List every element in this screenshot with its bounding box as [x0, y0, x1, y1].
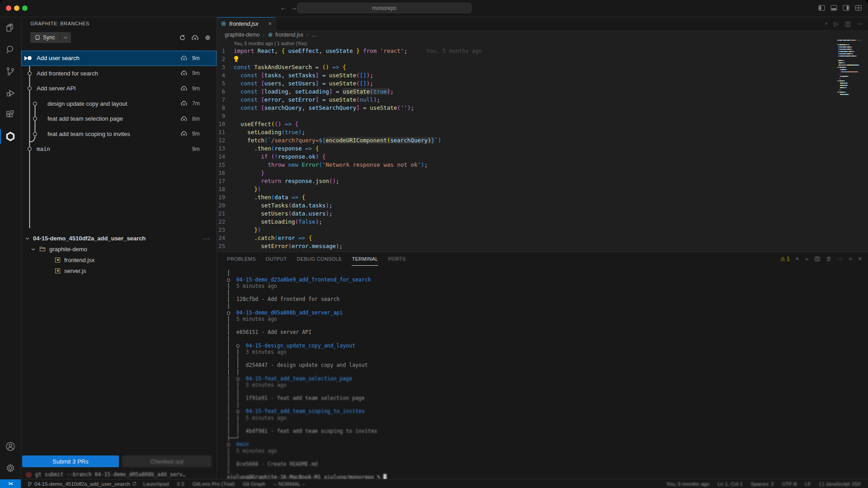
settings-gear-icon[interactable] [0, 457, 21, 479]
status-item[interactable]: Git Graph [243, 481, 265, 487]
command-center-search[interactable]: monorepo [297, 3, 472, 13]
split-editor-icon[interactable]: ◫ [845, 20, 850, 27]
line-number: 22 [217, 218, 225, 226]
sync-split-button: Sync [30, 32, 71, 43]
run-file-icon[interactable]: ▷ [834, 20, 839, 27]
branch-cloud[interactable] [180, 116, 188, 122]
zoom-window-button[interactable] [22, 5, 28, 11]
worktree-header[interactable]: 04-15-demo_4510df2a_add_user_search ··· [21, 233, 217, 244]
lightbulb-icon[interactable] [234, 56, 239, 62]
toggle-panel-icon[interactable] [830, 5, 837, 11]
branch-cloud[interactable] [180, 100, 188, 107]
branch-cloud[interactable] [180, 70, 188, 76]
file-row-frontend-jsx[interactable]: frontend.jsx [21, 254, 217, 265]
branch-row-add-user-search[interactable]: Add user search9m [21, 51, 217, 66]
close-tab-icon[interactable]: × [268, 20, 272, 27]
branch-node-icon [28, 56, 32, 60]
worktree-folder-row[interactable]: graphite-demo [21, 244, 217, 254]
status-item[interactable]: Launchpad [143, 481, 169, 487]
toggle-primary-sidebar-icon[interactable] [818, 5, 825, 11]
tab-frontend-jsx[interactable]: frontend.jsx × [217, 17, 276, 30]
submit-error-text: gt submit --branch 04-15-demo_d05a808b_a… [35, 471, 185, 478]
more-actions-icon[interactable]: ··· [203, 235, 210, 242]
panel-tab-problems[interactable]: PROBLEMS [227, 252, 256, 266]
panel-tab-terminal[interactable]: TERMINAL [352, 252, 378, 266]
status-item[interactable]: { } JavaScript JSX [819, 481, 861, 487]
terminal-line: ○ main [227, 441, 859, 448]
terminal[interactable]: │○ 04-15-demo_d23a8be9_add_frontend_for_… [227, 270, 859, 479]
remote-indicator[interactable]: >< [0, 479, 21, 488]
toggle-blame-icon[interactable]: ◔ [824, 20, 828, 27]
status-item[interactable]: LF [805, 481, 811, 487]
sync-dropdown-button[interactable] [60, 35, 71, 40]
editor-group[interactable]: frontend.jsx × ◔ ▷ ◫ ⋯ graphite-demo›fro… [217, 17, 868, 252]
activity-explorer-icon[interactable] [0, 17, 21, 39]
terminal-line: ├──╯ [227, 435, 859, 441]
activity-source-control-icon[interactable] [0, 61, 21, 82]
checked-out-button[interactable]: Checked out [122, 455, 212, 467]
more-actions-icon[interactable]: ⋯ [837, 256, 843, 262]
branch-cloud[interactable] [180, 131, 188, 137]
line-number: 18 [217, 185, 225, 193]
panel-tab-output[interactable]: OUTPUT [266, 252, 287, 266]
status-item[interactable]: Ln 1, Col 1 [717, 481, 743, 487]
minimize-window-button[interactable] [14, 5, 19, 11]
branch-row-add-frontend-for-search[interactable]: Add frontend for search9m [21, 66, 217, 81]
file-row-server-js[interactable]: server.js [21, 265, 217, 276]
branch-cloud[interactable] [180, 55, 188, 61]
sidebar-title: GRAPHITE: BRANCHES [30, 21, 90, 26]
line-number: 12 [217, 136, 225, 145]
panel-tab-ports[interactable]: PORTS [388, 252, 406, 266]
branch-cloud[interactable] [180, 85, 188, 92]
branch-row-add-server-api[interactable]: Add server API9m [21, 81, 217, 96]
code-area[interactable]: You, 5 months ago | 1 author (You) 1impo… [217, 40, 868, 252]
sync-button[interactable]: Sync [30, 34, 60, 41]
maximize-panel-icon[interactable] [849, 257, 853, 261]
branch-row-feat-add-team-scoping-to-invites[interactable]: feat add team scoping to invites9m [21, 127, 217, 142]
status-branch-item[interactable]: 04-15-demo_4510df2a_add_user_search [27, 481, 137, 487]
split-terminal-icon[interactable] [815, 256, 820, 262]
status-item[interactable]: UTF-8 [782, 481, 797, 487]
close-window-button[interactable] [6, 5, 11, 11]
branch-node-icon [28, 71, 32, 75]
new-terminal-icon[interactable]: + [796, 256, 799, 262]
activity-graphite-icon[interactable] [0, 126, 21, 147]
more-actions-icon[interactable]: ⋯ [857, 20, 863, 27]
minimap-line [837, 58, 864, 59]
breadcrumb-item[interactable]: … [311, 32, 317, 38]
status-item[interactable]: Spaces: 2 [751, 481, 774, 487]
status-item[interactable]: -- NORMAL -- [274, 481, 305, 487]
accounts-icon[interactable] [0, 436, 21, 457]
terminal-dropdown-icon[interactable] [805, 257, 809, 261]
status-item[interactable]: GitLens Pro (Trial) [193, 481, 235, 487]
activity-run-debug-icon[interactable] [0, 82, 21, 104]
branch-row-main[interactable]: main9m [21, 141, 217, 157]
gear-icon[interactable] [204, 34, 211, 41]
code-line: 11 setLoading(true); [217, 128, 868, 136]
customize-layout-icon[interactable] [855, 5, 862, 11]
toggle-secondary-sidebar-icon[interactable] [843, 5, 849, 11]
activity-extensions-icon[interactable] [0, 104, 21, 126]
codelens-blame[interactable]: You, 5 months ago | 1 author (You) [217, 40, 868, 47]
breadcrumb-item[interactable]: graphite-demo [225, 32, 259, 38]
code-line: 12 fetch(`/search?query=${encodeURICompo… [217, 136, 868, 145]
branch-time: 9m [192, 85, 208, 92]
submit-prs-button[interactable]: Submit 3 PRs [22, 455, 119, 467]
status-item[interactable]: 0 2 [177, 481, 184, 487]
terminal-warning-icon[interactable]: ⚠ 1 [780, 256, 790, 262]
minimap[interactable] [837, 40, 864, 96]
trash-icon[interactable] [826, 256, 831, 262]
refresh-icon[interactable] [179, 34, 186, 41]
breadcrumb-item[interactable]: frontend.jsx [268, 32, 303, 38]
activity-search-icon[interactable] [0, 39, 21, 61]
status-item[interactable]: You, 5 months ago [666, 481, 709, 487]
branch-row-feat-add-team-selection-page[interactable]: feat add team selection page8m [21, 111, 217, 127]
branch-label: design update copy and layout [47, 100, 127, 107]
panel-tab-debug-console[interactable]: DEBUG CONSOLE [297, 252, 342, 266]
branch-row-design-update-copy-and-layout[interactable]: design update copy and layout7m [21, 96, 217, 112]
cloud-upload-icon[interactable] [191, 34, 199, 41]
editor-tab-bar: frontend.jsx × ◔ ▷ ◫ ⋯ [217, 17, 868, 30]
navigate-back-icon[interactable]: ← [279, 4, 288, 11]
terminal-line: │ [227, 323, 859, 329]
close-panel-icon[interactable]: × [859, 256, 862, 262]
